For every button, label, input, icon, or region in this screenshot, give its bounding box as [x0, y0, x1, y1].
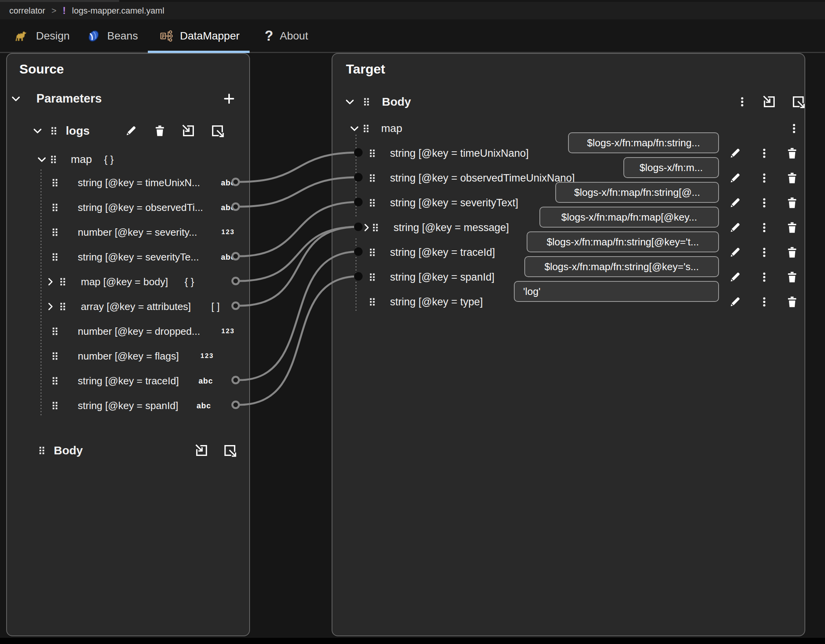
target-field-row[interactable]: string [@key = timeUnixNano] $logs-x/fn:…	[332, 141, 804, 166]
source-field-row[interactable]: number [@key = severity... 123	[7, 220, 249, 245]
drag-handle-icon[interactable]	[56, 300, 69, 313]
collapse-parameters-chevron-icon[interactable]	[10, 93, 22, 104]
expand-attributes-chevron-icon[interactable]	[45, 301, 56, 312]
expression-input[interactable]: $logs-x/fn:map/fn:string[@key='t...	[527, 231, 719, 252]
drag-handle-icon[interactable]	[366, 147, 378, 159]
collapse-body-chevron-icon[interactable]	[344, 96, 356, 108]
type-123-badge: 123	[221, 327, 234, 335]
attach-schema-import-icon[interactable]	[181, 124, 195, 138]
field-kebab-menu-icon[interactable]	[758, 296, 770, 308]
target-body-row[interactable]: Body	[332, 89, 804, 114]
detach-schema-export-icon[interactable]	[223, 444, 237, 457]
edit-expression-pencil-icon[interactable]	[728, 271, 741, 284]
expression-input[interactable]: $logs-x/fn:m...	[623, 157, 719, 178]
source-field-row[interactable]: string [@key = traceId] abc	[7, 368, 249, 393]
map-kebab-menu-icon[interactable]	[788, 123, 800, 134]
expression-input[interactable]: $logs-x/fn:map/fn:string[@...	[555, 182, 719, 203]
source-panel-title: Source	[19, 62, 64, 77]
parameter-logs-row[interactable]: logs	[7, 118, 249, 143]
field-kebab-menu-icon[interactable]	[758, 197, 770, 209]
drag-handle-icon[interactable]	[49, 176, 61, 189]
drag-handle-icon[interactable]	[49, 226, 61, 238]
drag-handle-icon[interactable]	[366, 246, 378, 259]
expression-input[interactable]: 'log'	[514, 281, 719, 302]
field-kebab-menu-icon[interactable]	[758, 147, 770, 159]
delete-mapping-trash-icon[interactable]	[786, 295, 799, 308]
drag-handle-icon[interactable]	[369, 221, 382, 234]
edit-expression-pencil-icon[interactable]	[728, 171, 741, 185]
detach-schema-export-icon[interactable]	[791, 95, 805, 109]
drag-handle-icon[interactable]	[366, 172, 378, 184]
delete-mapping-trash-icon[interactable]	[786, 271, 799, 284]
question-icon: ?	[265, 28, 273, 44]
source-field-row[interactable]: string [@key = severityTe... abc	[7, 245, 249, 269]
target-field-row[interactable]: string [@key = type] 'log'	[332, 289, 804, 314]
tab-datamapper[interactable]: DataMapper	[159, 24, 240, 48]
drag-handle-icon[interactable]	[49, 399, 61, 412]
drag-handle-icon[interactable]	[360, 96, 373, 108]
add-parameter-plus-icon[interactable]	[223, 92, 236, 105]
drag-handle-icon[interactable]	[49, 325, 61, 337]
edit-expression-pencil-icon[interactable]	[728, 246, 741, 259]
field-kebab-menu-icon[interactable]	[758, 172, 770, 184]
field-kebab-menu-icon[interactable]	[758, 222, 770, 233]
source-body-row[interactable]: Body	[7, 438, 249, 463]
type-abc-badge: abc	[221, 253, 235, 262]
drag-handle-icon[interactable]	[47, 153, 60, 166]
drag-handle-icon[interactable]	[56, 276, 69, 288]
source-field-row[interactable]: number [@key = flags] 123	[7, 344, 249, 368]
expression-input[interactable]: $logs-x/fn:map/fn:string[@key='s...	[524, 256, 719, 277]
source-field-row[interactable]: array [@key = attributes] [ ]	[7, 294, 249, 319]
breadcrumb-project[interactable]: correlator	[9, 6, 45, 16]
edit-expression-pencil-icon[interactable]	[728, 196, 741, 209]
expression-input[interactable]: $logs-x/fn:map/fn:string...	[568, 132, 719, 153]
body-kebab-menu-icon[interactable]	[736, 96, 748, 108]
drag-handle-icon[interactable]	[49, 350, 61, 362]
drag-handle-icon[interactable]	[36, 444, 48, 457]
drag-handle-icon[interactable]	[49, 201, 61, 214]
edit-expression-pencil-icon[interactable]	[728, 221, 741, 234]
detach-schema-export-icon[interactable]	[211, 124, 224, 138]
breadcrumb-separator-icon: >	[51, 6, 56, 16]
tab-about-label: About	[280, 30, 308, 42]
edit-expression-pencil-icon[interactable]	[728, 147, 741, 160]
delete-mapping-trash-icon[interactable]	[786, 221, 799, 234]
edit-expression-pencil-icon[interactable]	[728, 295, 741, 308]
type-abc-badge: abc	[221, 178, 235, 187]
source-map-row[interactable]: map { }	[7, 147, 249, 172]
type-123-badge: 123	[200, 352, 214, 360]
source-field-row[interactable]: number [@key = dropped... 123	[7, 319, 249, 344]
source-field-row[interactable]: string [@key = timeUnixN... abc	[7, 170, 249, 195]
expand-body-chevron-icon[interactable]	[45, 276, 56, 287]
attach-schema-import-icon[interactable]	[195, 444, 209, 457]
delete-mapping-trash-icon[interactable]	[786, 147, 799, 160]
attach-schema-import-icon[interactable]	[762, 95, 776, 109]
drag-handle-icon[interactable]	[49, 251, 61, 263]
delete-mapping-trash-icon[interactable]	[786, 246, 799, 259]
breadcrumb-filename[interactable]: logs-mapper.camel.yaml	[72, 6, 164, 16]
expression-input[interactable]: $logs-x/fn:map/fn:map[@key...	[539, 207, 719, 228]
source-field-row[interactable]: map [@key = body] { }	[7, 269, 249, 294]
drag-handle-icon[interactable]	[48, 125, 60, 137]
edit-parameter-pencil-icon[interactable]	[124, 124, 137, 137]
field-kebab-menu-icon[interactable]	[758, 247, 770, 258]
tab-about[interactable]: ? About	[265, 24, 308, 48]
tab-design[interactable]: Design	[14, 24, 70, 48]
collapse-map-chevron-icon[interactable]	[349, 123, 360, 134]
delete-mapping-trash-icon[interactable]	[786, 171, 799, 185]
tab-beans[interactable]: Beans	[87, 24, 138, 48]
delete-mapping-trash-icon[interactable]	[786, 196, 799, 209]
drag-handle-icon[interactable]	[49, 375, 61, 387]
drag-handle-icon[interactable]	[366, 197, 378, 209]
collapse-map-chevron-icon[interactable]	[36, 154, 48, 165]
source-field-row[interactable]: string [@key = observedTi... abc	[7, 195, 249, 220]
delete-parameter-trash-icon[interactable]	[153, 124, 166, 137]
type-bracket-badge: [ ]	[211, 301, 220, 313]
source-field-label: array [@key = attributes]	[81, 301, 191, 313]
drag-handle-icon[interactable]	[360, 122, 372, 135]
collapse-logs-chevron-icon[interactable]	[32, 125, 43, 137]
field-kebab-menu-icon[interactable]	[758, 271, 770, 283]
source-field-row[interactable]: string [@key = spanId] abc	[7, 393, 249, 418]
drag-handle-icon[interactable]	[366, 271, 378, 283]
drag-handle-icon[interactable]	[366, 296, 378, 308]
